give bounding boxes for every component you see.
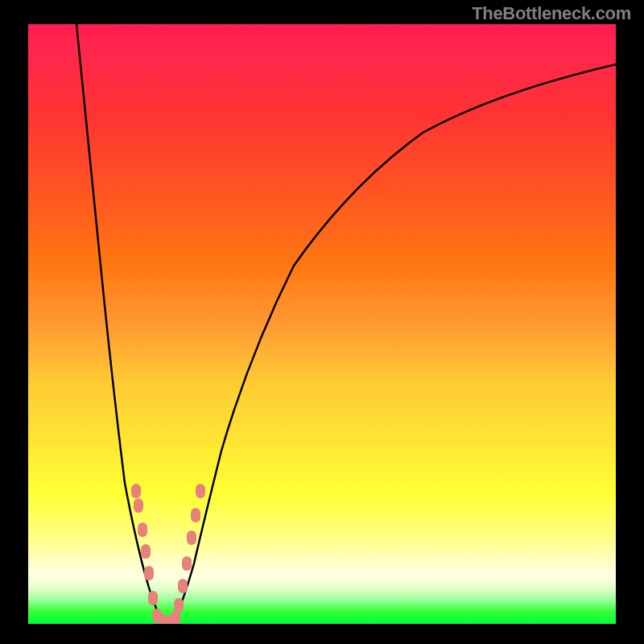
watermark-text: TheBottleneck.com [472, 3, 631, 24]
chart-frame [0, 0, 644, 644]
